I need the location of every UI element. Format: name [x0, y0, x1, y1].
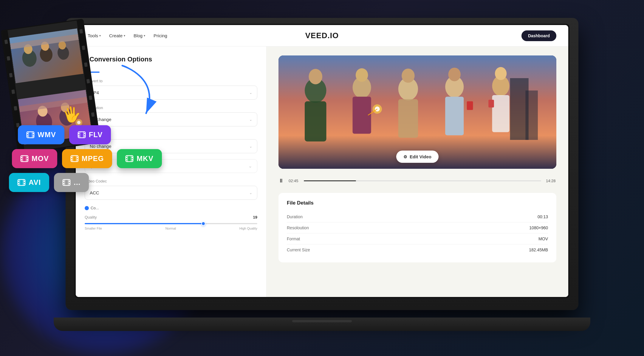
svg-rect-73 [126, 159, 127, 160]
convert-to-select[interactable]: MP4 ⌄ [85, 86, 257, 100]
svg-rect-57 [21, 157, 22, 158]
blog-chevron-icon: ▾ [144, 34, 145, 37]
radio-constant[interactable]: Co... [85, 206, 99, 210]
format-badge-avi[interactable]: AVI [9, 173, 49, 192]
film-icon-flv [78, 131, 86, 139]
format-badge-more[interactable]: ... [54, 173, 89, 192]
detail-size-label: Current Size [287, 247, 310, 252]
detail-size-value: 182.45MB [529, 247, 548, 252]
radio-group: Co... [85, 206, 257, 210]
svg-rect-63 [71, 156, 78, 162]
svg-rect-44 [33, 133, 34, 134]
svg-rect-52 [78, 135, 79, 137]
nav-create[interactable]: Create ▾ [109, 33, 125, 38]
time-total: 14:28 [546, 179, 556, 183]
detail-row-duration: Duration 00:13 [287, 211, 548, 222]
svg-point-13 [402, 69, 414, 83]
resolution-label: Resolution [85, 106, 257, 110]
svg-rect-53 [84, 135, 85, 137]
badge-more-label: ... [74, 178, 80, 187]
film-hole [86, 79, 90, 83]
svg-rect-2 [525, 91, 538, 140]
nav-pricing[interactable]: Pricing [154, 33, 167, 38]
svg-rect-46 [33, 135, 34, 137]
detail-row-format: Format MOV [287, 233, 548, 244]
detail-format-value: MOV [538, 236, 548, 241]
dashboard-button[interactable]: Dashboard [521, 30, 556, 41]
svg-rect-72 [132, 157, 133, 158]
cursor-hand: 🖐 [61, 104, 82, 125]
codec-chevron-icon: ⌄ [249, 191, 252, 195]
svg-rect-14 [398, 99, 418, 138]
film-hole [91, 112, 95, 117]
navbar: Tools ▾ Create ▾ Blog ▾ Pricing [76, 25, 568, 47]
quality-slider[interactable] [85, 223, 257, 224]
format-badge-mov[interactable]: MOV [12, 149, 57, 168]
quality-mid-label: Normal [165, 227, 176, 230]
film-hole [82, 46, 85, 50]
video-controls: ⏸ 02:45 14:28 [278, 175, 556, 187]
video-progress-fill [304, 180, 356, 181]
badge-row-2: MOV MPEG MKV [12, 149, 162, 168]
quality-slider-thumb[interactable] [201, 222, 205, 226]
svg-rect-86 [69, 181, 70, 182]
film-hole [4, 40, 8, 44]
svg-rect-18 [467, 101, 473, 110]
time-current: 02:45 [289, 179, 299, 183]
svg-rect-80 [18, 183, 19, 184]
video-progress-bar[interactable] [304, 180, 541, 181]
svg-rect-67 [77, 159, 78, 160]
nav-tools[interactable]: Tools ▾ [88, 33, 101, 38]
file-details-title: File Details [287, 200, 548, 206]
svg-rect-88 [69, 183, 70, 184]
svg-point-20 [495, 67, 507, 80]
quality-max-label: High Quality [239, 227, 257, 230]
svg-rect-17 [445, 97, 464, 135]
svg-rect-85 [63, 181, 64, 182]
tools-chevron-icon: ▾ [99, 34, 101, 37]
quality-slider-labels: Smaller File Normal High Quality [85, 227, 257, 230]
svg-point-4 [309, 69, 322, 84]
svg-point-7 [356, 68, 368, 82]
format-badge-wmv[interactable]: WMV [18, 125, 64, 144]
edit-video-label: Edit Video [410, 154, 431, 159]
svg-rect-43 [27, 133, 28, 134]
quality-min-label: Smaller File [85, 227, 102, 230]
file-details-panel: File Details Duration 00:13 Resoloution … [278, 193, 556, 262]
resolution-select[interactable]: No change ⌄ [85, 112, 257, 126]
quality-slider-fill [85, 223, 205, 224]
badge-row-3: AVI ... [9, 173, 162, 192]
svg-rect-45 [27, 135, 28, 137]
panel-header: ‹ Conversion Options [85, 55, 257, 63]
video-preview: ⚙ Edit Video [278, 55, 556, 169]
film-image-top [8, 23, 84, 89]
resolution-field: Resolution No change ⌄ [85, 106, 257, 126]
film-icon-mkv [125, 154, 134, 163]
svg-rect-51 [84, 133, 85, 134]
svg-rect-78 [18, 181, 19, 182]
convert-to-label: Convert to [85, 79, 257, 83]
film-icon-wmv [26, 131, 35, 139]
nav-blog[interactable]: Blog ▾ [134, 33, 145, 38]
edit-video-button[interactable]: ⚙ Edit Video [396, 151, 439, 163]
format-badge-flv[interactable]: FLV [69, 125, 111, 144]
format-badge-mkv[interactable]: MKV [117, 149, 162, 168]
detail-duration-value: 00:13 [538, 214, 548, 219]
svg-rect-79 [24, 181, 25, 182]
quality-value: 19 [253, 215, 257, 219]
badge-mov-label: MOV [32, 154, 49, 163]
detail-duration-label: Duration [287, 214, 303, 219]
fps-chevron-icon: ⌄ [248, 163, 252, 169]
create-chevron-icon: ▾ [124, 34, 125, 37]
format-badge-mpeg[interactable]: MPEG [62, 149, 112, 168]
nav-links: Tools ▾ Create ▾ Blog ▾ Pricing [88, 33, 167, 38]
svg-rect-66 [71, 159, 72, 160]
film-hole [84, 62, 88, 67]
svg-rect-42 [27, 132, 34, 138]
badge-flv-label: FLV [89, 131, 103, 139]
quality-section: Quality 19 Smaller File Normal High Qual… [85, 215, 257, 230]
nav-logo: VEED.IO [305, 31, 339, 40]
pause-button[interactable]: ⏸ [278, 178, 284, 184]
film-hole [11, 89, 15, 94]
svg-rect-58 [27, 157, 28, 158]
